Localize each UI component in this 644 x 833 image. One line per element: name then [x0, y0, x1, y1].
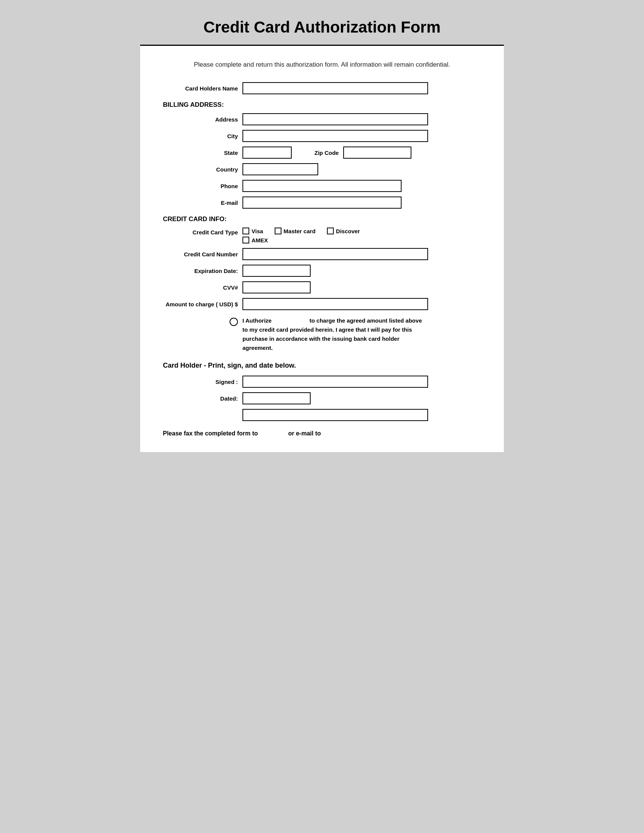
credit-card-section-title: CREDIT CARD INFO: — [163, 215, 481, 223]
page-header: Credit Card Authorization Form — [140, 8, 504, 45]
dated-input[interactable] — [242, 392, 311, 404]
card-holder-section-title: Card Holder - Print, sign, and date belo… — [163, 362, 481, 370]
page: Credit Card Authorization Form Please co… — [140, 8, 504, 452]
email-label: or e-mail to — [288, 430, 321, 437]
authorize-text-before: I Authorize — [242, 317, 272, 324]
city-label: City — [163, 133, 242, 139]
credit-card-number-label: Credit Card Number — [163, 251, 242, 257]
amount-label: Amount to charge ( USD) $ — [163, 301, 242, 307]
cvv-label: CVV# — [163, 285, 242, 291]
visa-option[interactable]: Visa — [242, 228, 263, 234]
amex-checkbox[interactable] — [242, 236, 249, 243]
discover-checkbox[interactable] — [327, 228, 334, 234]
address-input[interactable] — [242, 113, 428, 125]
credit-card-type-row: Credit Card Type Visa Master card Discov… — [163, 228, 481, 243]
fax-label: Please fax the completed form to — [163, 430, 258, 437]
amex-option[interactable]: AMEX — [242, 236, 268, 243]
phone-input[interactable] — [242, 180, 402, 192]
card-holders-name-label: Card Holders Name — [163, 85, 242, 92]
email-input[interactable] — [242, 196, 402, 209]
email-row: E-mail — [163, 196, 481, 209]
expiration-date-row: Expiration Date: — [163, 265, 481, 277]
card-holders-name-row: Card Holders Name — [163, 82, 481, 94]
cvv-input[interactable] — [242, 281, 311, 293]
expiration-date-input[interactable] — [242, 265, 311, 277]
mastercard-checkbox[interactable] — [275, 228, 282, 234]
phone-row: Phone — [163, 180, 481, 192]
fax-line: Please fax the completed form to or e-ma… — [163, 430, 481, 437]
credit-card-number-input[interactable] — [242, 248, 428, 260]
card-type-row-1: Visa Master card Discover — [242, 228, 360, 234]
zip-code-label: Zip Code — [314, 150, 339, 156]
subtitle: Please complete and return this authoriz… — [163, 61, 481, 69]
card-type-options: Visa Master card Discover AMEX — [242, 228, 360, 243]
mastercard-label: Master card — [284, 228, 316, 234]
email-label: E-mail — [163, 199, 242, 206]
card-holders-name-input[interactable] — [242, 82, 428, 94]
card-type-row-2: AMEX — [242, 236, 360, 243]
expiration-date-label: Expiration Date: — [163, 268, 242, 274]
visa-label: Visa — [251, 228, 263, 234]
dated-label: Dated: — [163, 395, 242, 402]
visa-checkbox[interactable] — [242, 228, 249, 234]
discover-label: Discover — [336, 228, 360, 234]
authorize-radio-area — [163, 316, 242, 326]
country-input[interactable] — [242, 163, 318, 175]
credit-card-number-row: Credit Card Number — [163, 248, 481, 260]
signed-input[interactable] — [242, 376, 428, 388]
zip-code-input[interactable] — [343, 146, 411, 159]
dated-row: Dated: — [163, 392, 481, 404]
city-input[interactable] — [242, 130, 428, 142]
phone-label: Phone — [163, 183, 242, 189]
signed-row: Signed : — [163, 376, 481, 388]
discover-option[interactable]: Discover — [327, 228, 360, 234]
city-row: City — [163, 130, 481, 142]
address-row: Address — [163, 113, 481, 125]
billing-section-title: BILLING ADDRESS: — [163, 101, 481, 109]
state-input[interactable] — [242, 146, 292, 159]
mastercard-option[interactable]: Master card — [275, 228, 316, 234]
amount-input[interactable] — [242, 298, 428, 310]
bottom-box-input[interactable] — [242, 409, 428, 421]
signed-label: Signed : — [163, 379, 242, 385]
country-label: Country — [163, 166, 242, 173]
credit-card-type-label: Credit Card Type — [163, 228, 242, 235]
authorize-row: I Authorize to charge the agreed amount … — [163, 316, 481, 352]
form-content: Please complete and return this authoriz… — [140, 46, 504, 452]
fax-value — [259, 430, 287, 437]
amex-label: AMEX — [251, 237, 268, 243]
bottom-box-spacer — [163, 409, 242, 421]
cvv-row: CVV# — [163, 281, 481, 293]
country-row: Country — [163, 163, 481, 175]
state-zip-row: State Zip Code — [163, 146, 481, 159]
page-title: Credit Card Authorization Form — [148, 18, 496, 36]
bottom-box-row — [163, 409, 481, 421]
amount-row: Amount to charge ( USD) $ — [163, 298, 481, 310]
authorize-radio[interactable] — [230, 318, 238, 326]
state-label: State — [163, 150, 242, 156]
authorize-text: I Authorize to charge the agreed amount … — [242, 316, 428, 352]
address-label: Address — [163, 116, 242, 123]
